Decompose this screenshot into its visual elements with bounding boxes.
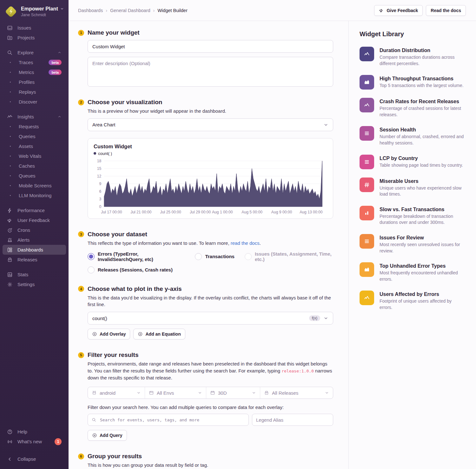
sidebar-item-stats[interactable]: Stats — [3, 270, 66, 279]
sidebar-item-alerts[interactable]: Alerts — [3, 235, 66, 245]
widget-description-input[interactable] — [88, 57, 333, 87]
query-search-input[interactable] — [99, 417, 245, 423]
widget-tile — [360, 98, 374, 112]
step-name-your-widget: 1 Name your widget — [78, 29, 333, 87]
yaxis-field-value: count() — [92, 316, 107, 321]
bullet-icon — [10, 72, 11, 73]
sidebar-item-releases[interactable]: Releases — [3, 255, 66, 265]
sidebar-item-discover[interactable]: Discover — [3, 97, 66, 107]
sidebar-item-queries[interactable]: Queries — [3, 131, 66, 141]
widget-tile — [360, 75, 374, 90]
sidebar-item-collapse[interactable]: Collapse — [3, 454, 66, 464]
sidebar-item-dashboards[interactable]: Dashboards — [3, 245, 66, 255]
sidebar-item-assets[interactable]: Assets — [3, 141, 66, 151]
step-number: 2 — [78, 99, 84, 105]
read-docs-button[interactable]: Read the docs — [426, 5, 466, 16]
org-switcher[interactable]: Empower Plant Jane Schmidt — [0, 4, 69, 23]
sidebar-item-caches[interactable]: Caches — [3, 161, 66, 171]
date-range-filter[interactable]: 30D — [206, 387, 260, 399]
dataset-option-label: Errors (TypeError, InvalidSearchQuery, e… — [98, 251, 185, 262]
sidebar-item-web-vitals[interactable]: Web Vitals — [3, 151, 66, 161]
radio-icon[interactable] — [88, 253, 95, 260]
sidebar-item-explore[interactable]: Explore — [3, 48, 66, 57]
breadcrumb-general-dashboard[interactable]: General Dashboard — [110, 8, 150, 13]
sidebar-item-user-feedback[interactable]: User Feedback — [3, 215, 66, 225]
sidebar-item-help[interactable]: Help — [3, 427, 66, 437]
sidebar-item-metrics[interactable]: Metricsbeta — [3, 67, 66, 77]
dataset-option-transactions[interactable]: Transactions — [195, 253, 235, 260]
sidebar-item-profiles[interactable]: Profiles — [3, 77, 66, 87]
sidebar-item-crons[interactable]: Crons — [3, 225, 66, 235]
widget-library-item-issues-for-review[interactable]: Issues For ReviewMost recently seen unre… — [360, 234, 465, 254]
environment-filter[interactable]: All Envs — [145, 387, 206, 399]
line-chart-icon — [363, 102, 370, 109]
sidebar-item-label: Metrics — [19, 70, 34, 75]
sidebar-item-label: Assets — [19, 144, 33, 149]
widget-title: High Throughput Transactions — [380, 76, 464, 82]
sidebar-item-mobile-screens[interactable]: Mobile Screens — [3, 181, 66, 191]
radio-icon[interactable] — [245, 253, 252, 260]
give-feedback-button[interactable]: Give Feedback — [374, 5, 423, 16]
sidebar-item-queues[interactable]: Queues — [3, 171, 66, 181]
add-overlay-button[interactable]: Add Overlay — [88, 329, 130, 339]
widget-library-item-high-throughput-transactions[interactable]: High Throughput TransactionsTop 5 transa… — [360, 75, 465, 90]
nav-section: ExploreTracesbetaMetricsbetaProfilesRepl… — [0, 48, 69, 107]
widget-library-item-slow-vs-fast-transactions[interactable]: Slow vs. Fast TransactionsPercentage bre… — [360, 206, 465, 226]
widget-tile — [360, 178, 374, 192]
sidebar-footer: HelpWhat's new1Collapse — [0, 427, 69, 464]
widget-library-item-users-affected-by-errors[interactable]: Users Affected by ErrorsFootprint of uni… — [360, 291, 465, 311]
sidebar-item-requests[interactable]: Requests — [3, 122, 66, 131]
chart-legend: count( ) — [94, 151, 327, 156]
widget-title: Top Unhandled Error Types — [380, 263, 465, 269]
dataset-option-issues-states-assignment-time-etc[interactable]: Issues (States, Assignment, Time, etc.) — [245, 251, 333, 262]
dataset-options-row: Errors (TypeError, InvalidSearchQuery, e… — [88, 251, 333, 262]
dataset-option-releases-sessions-crash-rates[interactable]: Releases (Sessions, Crash rates) — [88, 266, 173, 273]
chevron-down-icon — [323, 122, 328, 127]
megaphone-icon — [379, 8, 384, 13]
radio-icon[interactable] — [88, 266, 95, 273]
bullet-icon — [10, 82, 11, 83]
step-title: Name your widget — [88, 29, 140, 36]
widget-library-item-session-health[interactable]: Session HealthNumber of abnormal, crashe… — [360, 126, 465, 146]
sidebar-item-insights[interactable]: Insights — [3, 112, 66, 122]
line-chart-icon — [363, 50, 370, 57]
add-overlay-label: Add Overlay — [100, 332, 126, 337]
release-filter[interactable]: All Releases — [260, 387, 333, 399]
read-the-docs-link[interactable]: read the docs — [231, 240, 260, 246]
chevron-down-icon — [323, 316, 328, 321]
legend-alias-input[interactable] — [252, 414, 333, 426]
sidebar-item-traces[interactable]: Tracesbeta — [3, 57, 66, 67]
widget-library-item-crash-rates-for-recent-releases[interactable]: Crash Rates for Recent ReleasesPercentag… — [360, 98, 465, 118]
breadcrumb-dashboards[interactable]: Dashboards — [78, 8, 103, 13]
content: 1 Name your widget 2 Choose your visuali… — [69, 21, 476, 469]
android-icon — [92, 390, 97, 395]
bullet-icon — [10, 126, 11, 127]
sidebar-item-what-s-new[interactable]: What's new1 — [3, 437, 66, 446]
widget-description: Number of abnormal, crashed, errored and… — [380, 134, 465, 146]
add-query-button[interactable]: Add Query — [88, 430, 127, 441]
widget-name-input[interactable] — [88, 40, 333, 53]
radio-icon[interactable] — [195, 253, 202, 260]
yaxis-field-select[interactable]: count() f(x) — [88, 312, 333, 325]
sidebar-item-settings[interactable]: Settings — [3, 279, 66, 289]
widget-library-item-duration-distribution[interactable]: Duration DistributionCompare transaction… — [360, 47, 465, 67]
visualization-select[interactable]: Area Chart — [88, 118, 333, 131]
sidebar-item-issues[interactable]: Issues — [3, 23, 66, 33]
widget-library-item-miserable-users[interactable]: Miserable UsersUnique users who have exp… — [360, 178, 465, 198]
area-chart-icon — [363, 79, 370, 86]
svg-text:Aug 5 00:00: Aug 5 00:00 — [241, 210, 262, 214]
step-number: 6 — [78, 453, 84, 459]
step-title: Group your results — [88, 453, 142, 460]
widget-library-item-top-unhandled-error-types[interactable]: Top Unhandled Error TypesMost frequently… — [360, 262, 465, 282]
svg-text:6: 6 — [99, 189, 102, 194]
add-equation-button[interactable]: Add an Equation — [133, 329, 185, 339]
dataset-option-errors-typeerror-invalidsearchquery-etc[interactable]: Errors (TypeError, InvalidSearchQuery, e… — [88, 251, 185, 262]
sidebar-item-llm-monitoring[interactable]: LLM Monitoring — [3, 191, 66, 200]
sidebar-item-performance[interactable]: Performance — [3, 205, 66, 215]
sidebar-item-projects[interactable]: Projects — [3, 33, 66, 43]
widget-library-item-lcp-by-country[interactable]: LCP by CountryTable showing page load ti… — [360, 155, 465, 169]
table-icon — [363, 238, 370, 245]
sidebar-item-replays[interactable]: Replays — [3, 87, 66, 97]
widget-title: Duration Distribution — [380, 48, 465, 53]
project-filter[interactable]: android — [88, 387, 145, 399]
